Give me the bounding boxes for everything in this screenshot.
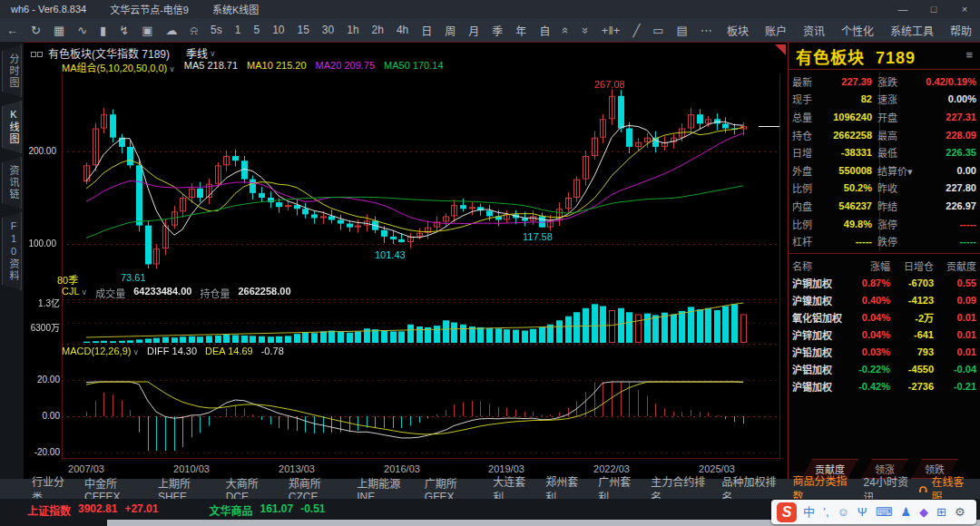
chevron-down-icon[interactable]: ∨ (210, 49, 216, 58)
oi-change: -2736 (890, 381, 934, 392)
table-row[interactable]: 沪铅加权0.03%7930.01 (792, 343, 976, 360)
period-button-4h[interactable]: 4h (397, 24, 408, 36)
ime-logo[interactable]: S (777, 502, 797, 522)
table-row[interactable]: 沪锌加权0.04%-6410.01 (792, 326, 976, 343)
change-percent: 0.40% (850, 295, 890, 306)
table-row[interactable]: 氧化铝加权0.04%-2万0.01 (792, 308, 976, 326)
lang-indicator-icon[interactable]: 中 (803, 506, 815, 518)
sidebar-tab-F10资料[interactable]: F10资料 (2, 212, 22, 290)
period-selector[interactable]: 季线 (186, 45, 208, 61)
sidebar-tab-资讯链[interactable]: 资讯链 (2, 157, 22, 209)
quote-value: 50.2% (821, 182, 877, 193)
wh6-application-window: wh6 - Ver6.8.834 文华云节点-电信9 系统K线图 —□× ←↻▦… (0, 0, 980, 526)
trendline-icon[interactable]: ╱ (632, 24, 640, 36)
period-button-自[interactable]: 自 (539, 23, 550, 38)
system-kline-menu[interactable]: 系统K线图 (212, 2, 259, 16)
change-percent: 0.04% (850, 329, 890, 340)
period-button-10[interactable]: 10 (272, 24, 284, 36)
account-icon[interactable]: ♟ (900, 506, 911, 518)
table-row[interactable]: 沪镍加权0.40%-41230.09 (792, 291, 976, 308)
menu-个性化[interactable]: 个性化 (841, 23, 874, 38)
period-button-15[interactable]: 15 (298, 24, 309, 36)
chart-header: 有色板块(文华指数 7189) 季线 ∨ (31, 45, 216, 61)
period-buttons: 5s151015301h2h4h日周月季年自 (204, 23, 556, 38)
period-button-日[interactable]: 日 (421, 23, 432, 38)
menu-账户[interactable]: 账户 (765, 23, 787, 38)
corner-marker[interactable] (775, 44, 786, 55)
cjl-label[interactable]: CJL∨ (62, 286, 87, 300)
zoom-out-icon[interactable]: » (580, 26, 592, 33)
period-button-5[interactable]: 5 (253, 24, 260, 36)
alert-icon[interactable]: ⍾ (190, 24, 198, 36)
period-button-周[interactable]: 周 (445, 23, 456, 38)
toolbar-icon-group: ←↻▦∿▮↯▣☁⍾ (0, 24, 204, 36)
quote-label: 速涨 (877, 92, 925, 106)
table-row[interactable]: 沪锡加权-0.42%-2736-0.21 (792, 377, 976, 394)
line-chart-icon[interactable]: ∿ (77, 24, 87, 36)
more-icon[interactable]: ⋯ (701, 24, 712, 36)
minimize-button[interactable]: — (887, 0, 918, 18)
ma-combo-label[interactable]: MA组合(5,10,20,50,0,0)∨ (62, 60, 175, 74)
contract-name: 沪镍加权 (792, 293, 850, 307)
kline-canvas[interactable] (62, 73, 780, 459)
lightning-icon[interactable]: ↯ (119, 24, 129, 36)
punctuation-icon[interactable]: ’, (823, 506, 829, 518)
maximize-button[interactable]: □ (918, 0, 949, 18)
cloud-download-icon[interactable]: ☁ (165, 24, 177, 36)
period-button-季[interactable]: 季 (492, 23, 503, 38)
contribution-value: 0.01 (934, 346, 976, 357)
quote-panel: 有色板块 7189 ≡ 最新227.39涨跌0.42/0.19%现手82速涨0.… (788, 42, 980, 479)
apps-grid-icon[interactable]: ⊞ (936, 506, 946, 518)
menu-板块[interactable]: 板块 (727, 23, 749, 38)
volume-label: 成交量 (95, 286, 125, 300)
table-row[interactable]: 沪铝加权-0.22%-4550-0.04 (792, 360, 976, 377)
quote-board-icon[interactable]: ▦ (54, 24, 64, 36)
divider (789, 253, 980, 254)
snapshot-icon[interactable]: ▣ (142, 24, 152, 36)
sh-index-label[interactable]: 上证指数 (27, 502, 71, 518)
period-button-2h[interactable]: 2h (372, 24, 384, 36)
sidebar-tab-分时图[interactable]: 分时图 (2, 45, 22, 97)
quote-label: 最新 (792, 74, 821, 89)
column-header: 涨幅 (850, 258, 890, 273)
quote-row: 日增-38331最低226.35 (792, 143, 976, 161)
period-button-年[interactable]: 年 (515, 23, 526, 38)
diff-value: DIFF 14.30 (147, 346, 197, 356)
voice-input-icon[interactable]: Ψ (858, 506, 867, 518)
period-button-1[interactable]: 1 (235, 24, 241, 36)
zoom-in-icon[interactable]: « (561, 26, 573, 33)
menu-系统工具[interactable]: 系统工具 (890, 23, 934, 38)
skin-icon[interactable]: ◆ (919, 506, 928, 518)
period-button-月[interactable]: 月 (468, 23, 479, 38)
settings-icon[interactable]: ⚙ (955, 506, 965, 518)
table-row[interactable]: 沪铜加权0.87%-67030.55 (792, 274, 976, 291)
cloud-node-menu[interactable]: 文华云节点-电信9 (110, 2, 189, 16)
refresh-icon[interactable]: ↻ (31, 24, 41, 36)
quote-row: 外盘550008结算价▾0.00 (792, 161, 976, 180)
period-button-1h[interactable]: 1h (347, 24, 358, 36)
quote-value: ----- (925, 236, 976, 247)
quote-label: 外盘 (792, 163, 821, 178)
rectangle-icon[interactable]: ▭ (652, 24, 663, 36)
list-icon[interactable]: ≡ (965, 48, 973, 62)
sidebar-tab-K线图[interactable]: K线图 (2, 101, 22, 153)
notes-icon[interactable]: ▤ (677, 24, 688, 36)
emoji-icon[interactable]: ☺ (838, 506, 849, 518)
menu-资讯[interactable]: 资讯 (803, 23, 825, 38)
price-axis-label-100: 100.00 (24, 239, 56, 248)
menu-帮助[interactable]: 帮助 (950, 23, 972, 38)
back-icon[interactable]: ← (6, 24, 18, 36)
keyboard-icon[interactable]: ⌨ (876, 506, 893, 518)
ime-icons: 中’,☺Ψ⌨♟◆⊞⚙ (803, 506, 965, 518)
crosshair-icon[interactable]: +‖+ (602, 24, 621, 36)
period-button-5s[interactable]: 5s (211, 24, 222, 36)
volume-indicator-header: CJL∨ 成交量 64233484.00 持仓量 2662258.00 (62, 286, 291, 300)
close-button[interactable]: × (949, 0, 980, 18)
change-percent: 0.87% (850, 278, 890, 288)
window-controls: —□× (887, 0, 980, 18)
oi-change: -2万 (890, 310, 934, 325)
wenhua-index-label[interactable]: 文华商品 (209, 502, 252, 518)
period-button-30[interactable]: 30 (322, 24, 334, 36)
candlestick-icon[interactable]: ▮ (100, 24, 106, 36)
macd-label[interactable]: MACD(12,26,9)∨ (62, 346, 139, 356)
